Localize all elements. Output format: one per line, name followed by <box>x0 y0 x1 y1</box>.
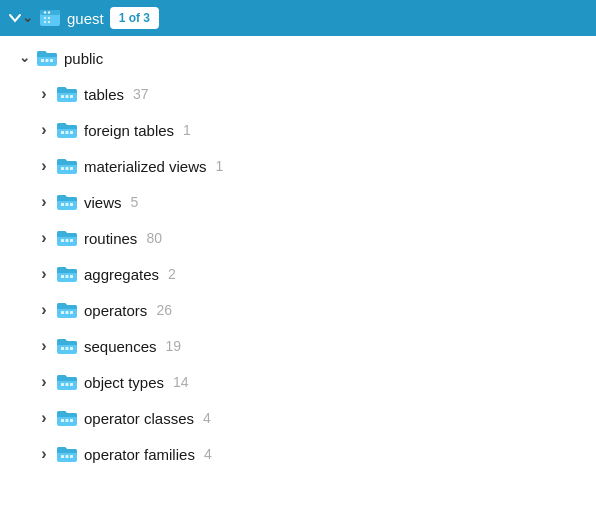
operator-families-label: operator families <box>84 446 195 463</box>
tables-count: 37 <box>133 86 149 102</box>
svg-rect-39 <box>66 419 69 422</box>
tree-item-routines[interactable]: routines 80 <box>0 220 596 256</box>
svg-rect-32 <box>61 347 64 350</box>
tree-item-operator-classes[interactable]: operator classes 4 <box>0 400 596 436</box>
views-count: 5 <box>131 194 139 210</box>
svg-rect-40 <box>70 419 73 422</box>
public-folder-icon <box>36 49 58 67</box>
operator-families-folder-icon <box>56 445 78 463</box>
operator-classes-chevron[interactable] <box>36 410 52 426</box>
sequences-label: sequences <box>84 338 157 355</box>
tree-item-foreign-tables[interactable]: foreign tables 1 <box>0 112 596 148</box>
svg-rect-24 <box>66 239 69 242</box>
svg-rect-37 <box>70 383 73 386</box>
object-types-chevron[interactable] <box>36 374 52 390</box>
materialized-views-folder-icon <box>56 157 78 175</box>
svg-point-3 <box>48 11 50 13</box>
svg-rect-8 <box>41 59 44 62</box>
svg-rect-29 <box>61 311 64 314</box>
operators-label: operators <box>84 302 147 319</box>
operator-families-count: 4 <box>204 446 212 462</box>
tree-item-operator-families[interactable]: operator families 4 <box>0 436 596 472</box>
sequences-chevron[interactable] <box>36 338 52 354</box>
svg-point-4 <box>44 17 46 19</box>
svg-rect-20 <box>61 203 64 206</box>
aggregates-chevron[interactable] <box>36 266 52 282</box>
svg-rect-13 <box>70 95 73 98</box>
operator-classes-count: 4 <box>203 410 211 426</box>
sequences-count: 19 <box>166 338 182 354</box>
tree-container: public tables 37 for <box>0 36 596 476</box>
views-chevron[interactable] <box>36 194 52 210</box>
aggregates-label: aggregates <box>84 266 159 283</box>
operators-chevron[interactable] <box>36 302 52 318</box>
routines-chevron[interactable] <box>36 230 52 246</box>
foreign-tables-chevron[interactable] <box>36 122 52 138</box>
tree-item-materialized-views[interactable]: materialized views 1 <box>0 148 596 184</box>
object-types-label: object types <box>84 374 164 391</box>
routines-folder-icon <box>56 229 78 247</box>
tables-folder-icon <box>56 85 78 103</box>
svg-rect-21 <box>66 203 69 206</box>
aggregates-count: 2 <box>168 266 176 282</box>
svg-rect-25 <box>70 239 73 242</box>
tree-item-public[interactable]: public <box>0 40 596 76</box>
sequences-folder-icon <box>56 337 78 355</box>
svg-point-7 <box>48 21 50 23</box>
materialized-views-count: 1 <box>216 158 224 174</box>
operators-count: 26 <box>156 302 172 318</box>
tree-item-object-types[interactable]: object types 14 <box>0 364 596 400</box>
routines-count: 80 <box>146 230 162 246</box>
svg-point-6 <box>44 21 46 23</box>
svg-rect-10 <box>50 59 53 62</box>
public-label: public <box>64 50 103 67</box>
svg-point-2 <box>44 11 46 13</box>
collapse-chevron[interactable] <box>8 11 33 26</box>
tree-item-views[interactable]: views 5 <box>0 184 596 220</box>
materialized-views-chevron[interactable] <box>36 158 52 174</box>
svg-rect-35 <box>61 383 64 386</box>
public-chevron[interactable] <box>16 50 32 66</box>
header-title: guest <box>67 10 104 27</box>
tree-item-operators[interactable]: operators 26 <box>0 292 596 328</box>
svg-point-5 <box>48 17 50 19</box>
svg-rect-11 <box>61 95 64 98</box>
tree-item-tables[interactable]: tables 37 <box>0 76 596 112</box>
tree-item-sequences[interactable]: sequences 19 <box>0 328 596 364</box>
svg-rect-19 <box>70 167 73 170</box>
header-badge[interactable]: 1 of 3 <box>110 7 159 29</box>
foreign-tables-folder-icon <box>56 121 78 139</box>
svg-rect-26 <box>61 275 64 278</box>
operators-folder-icon <box>56 301 78 319</box>
svg-rect-16 <box>70 131 73 134</box>
svg-rect-23 <box>61 239 64 242</box>
object-types-count: 14 <box>173 374 189 390</box>
header-bar: guest 1 of 3 <box>0 0 596 36</box>
tables-chevron[interactable] <box>36 86 52 102</box>
operator-families-chevron[interactable] <box>36 446 52 462</box>
svg-rect-12 <box>66 95 69 98</box>
routines-label: routines <box>84 230 137 247</box>
operator-classes-label: operator classes <box>84 410 194 427</box>
object-types-folder-icon <box>56 373 78 391</box>
database-icon <box>39 8 61 28</box>
views-folder-icon <box>56 193 78 211</box>
svg-rect-15 <box>66 131 69 134</box>
views-label: views <box>84 194 122 211</box>
svg-rect-30 <box>66 311 69 314</box>
svg-rect-28 <box>70 275 73 278</box>
svg-rect-42 <box>66 455 69 458</box>
svg-rect-33 <box>66 347 69 350</box>
svg-rect-43 <box>70 455 73 458</box>
svg-rect-34 <box>70 347 73 350</box>
svg-rect-17 <box>61 167 64 170</box>
aggregates-folder-icon <box>56 265 78 283</box>
materialized-views-label: materialized views <box>84 158 207 175</box>
tree-item-aggregates[interactable]: aggregates 2 <box>0 256 596 292</box>
operator-classes-folder-icon <box>56 409 78 427</box>
svg-rect-41 <box>61 455 64 458</box>
svg-rect-27 <box>66 275 69 278</box>
svg-rect-38 <box>61 419 64 422</box>
svg-rect-9 <box>46 59 49 62</box>
foreign-tables-label: foreign tables <box>84 122 174 139</box>
